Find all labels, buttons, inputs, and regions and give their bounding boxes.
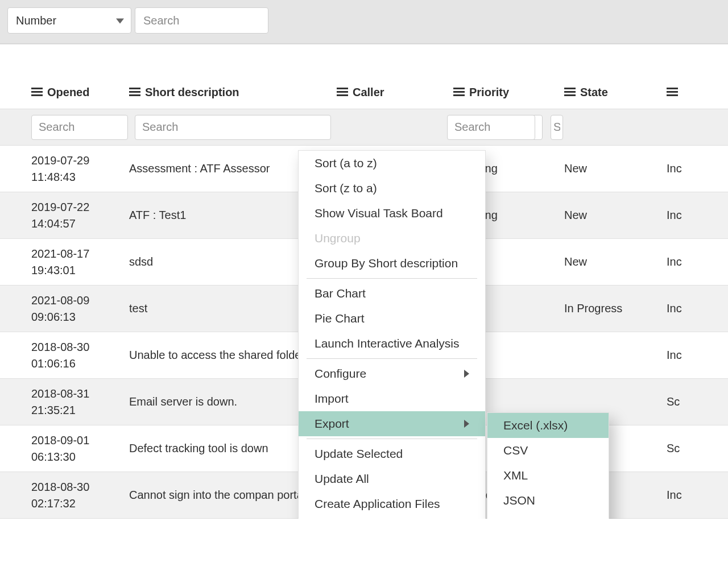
filter-input-short-description[interactable] [135,115,331,140]
chevron-right-icon [464,420,469,428]
submenu-excel[interactable]: Excel (.xlsx) [487,413,609,438]
menu-ungroup: Ungroup [299,226,485,251]
cell-opened: 2018-09-0106:13:30 [17,432,129,465]
menu-bar-chart[interactable]: Bar Chart [299,281,485,306]
column-header-caller[interactable]: Caller [337,86,453,99]
cell-last: Inc [667,347,723,363]
cell-state: New [564,207,667,224]
list-table: Opened Short description Caller Priority… [0,44,728,519]
svg-rect-17 [667,94,678,96]
column-menu-icon[interactable] [337,88,348,97]
filter-row [0,109,728,146]
submenu-csv[interactable]: CSV [487,438,609,463]
menu-update-selected[interactable]: Update Selected [299,441,485,466]
svg-rect-11 [453,94,465,96]
menu-export[interactable]: Export [299,411,485,436]
cell-opened: 2021-08-0909:06:13 [17,292,129,325]
svg-rect-14 [564,94,576,96]
menu-pie-chart[interactable]: Pie Chart [299,306,485,331]
menu-group-by[interactable]: Group By Short description [299,251,485,276]
column-header-label: Priority [469,86,509,99]
column-header-label: Opened [47,86,89,99]
menu-sort-za[interactable]: Sort (z to a) [299,176,485,201]
submenu-json[interactable]: JSON [487,488,609,513]
cell-last: Sc [667,440,723,457]
menu-create-application-files[interactable]: Create Application Files [299,491,485,516]
column-menu-icon[interactable] [129,88,140,97]
menu-update-all[interactable]: Update All [299,466,485,491]
svg-rect-8 [337,94,348,96]
column-menu-icon[interactable] [667,88,678,97]
column-header-state[interactable]: State [564,86,667,99]
column-header-label: State [580,86,608,99]
cell-opened: 2018-08-3121:35:21 [17,386,129,419]
export-submenu: Excel (.xlsx) CSV XML JSON PDF Export Se… [487,412,609,519]
svg-rect-6 [337,88,348,89]
top-search-input[interactable] [135,7,268,34]
cell-opened: 2021-08-1719:43:01 [17,246,129,279]
svg-rect-5 [129,94,140,96]
column-menu-icon[interactable] [453,88,465,97]
svg-rect-4 [129,91,140,93]
svg-rect-1 [31,91,43,93]
cell-opened: 2018-08-3001:06:16 [17,339,129,372]
column-header-priority[interactable]: Priority [453,86,564,99]
chevron-right-icon [464,370,469,378]
menu-separator [307,278,477,279]
menu-configure[interactable]: Configure [299,361,485,386]
cell-state: New [564,254,667,270]
cell-last: Inc [667,207,723,224]
cell-state: In Progress [564,300,667,317]
field-select[interactable]: Number [7,7,131,34]
field-select-value: Number [16,14,56,27]
column-menu-icon[interactable] [564,88,576,97]
submenu-xml[interactable]: XML [487,463,609,488]
filter-input-opened[interactable] [31,115,128,140]
column-header-extra[interactable] [667,88,723,97]
svg-rect-7 [337,91,348,93]
svg-rect-10 [453,91,465,93]
menu-launch-interactive-analysis[interactable]: Launch Interactive Analysis [299,331,485,356]
svg-rect-3 [129,88,140,89]
column-header-short-description[interactable]: Short description [129,86,337,99]
cell-last: Inc [667,254,723,270]
cell-state: New [564,160,667,177]
caret-down-icon [116,18,124,23]
svg-rect-13 [564,91,576,93]
svg-rect-9 [453,88,465,89]
cell-opened: 2019-07-2214:04:57 [17,199,129,232]
filter-input-state[interactable] [447,115,535,140]
svg-rect-12 [564,88,576,89]
column-header-label: Caller [353,86,384,99]
column-header-opened[interactable]: Opened [17,86,129,99]
cell-opened: 2018-08-3002:17:32 [17,479,129,512]
submenu-pdf[interactable]: PDF [487,513,609,519]
cell-opened: 2019-07-2911:48:43 [17,152,129,185]
cell-last: Sc [667,394,723,410]
svg-rect-0 [31,88,43,89]
cell-last: Inc [667,160,723,177]
table-header-row: Opened Short description Caller Priority… [0,76,728,109]
svg-rect-16 [667,91,678,93]
menu-sort-az[interactable]: Sort (a to z) [299,151,485,176]
svg-rect-15 [667,88,678,89]
cell-last: Inc [667,487,723,503]
filter-input-partial[interactable] [551,115,563,140]
menu-show-visual-task-board[interactable]: Show Visual Task Board [299,201,485,226]
column-menu-icon[interactable] [31,88,43,97]
top-filter-bar: Number [0,0,728,44]
svg-rect-2 [31,94,43,96]
menu-separator [307,439,477,439]
menu-import[interactable]: Import [299,386,485,411]
column-header-label: Short description [145,86,239,99]
column-context-menu: Sort (a to z) Sort (z to a) Show Visual … [298,150,486,519]
cell-last: Inc [667,300,723,317]
menu-separator [307,358,477,359]
